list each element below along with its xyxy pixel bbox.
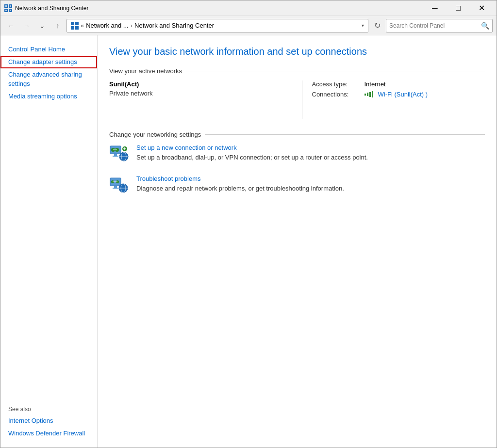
sidebar-item-internet-options[interactable]: Internet Options <box>0 415 97 427</box>
wifi-signal-icon <box>364 91 373 97</box>
networking-settings-section: Change your networking settings <box>109 131 485 194</box>
network-info: Sunil(Act) Private network <box>109 80 292 119</box>
new-connection-desc: Set up a broadband, dial-up, or VPN conn… <box>136 154 368 161</box>
address-bar: ← → ⌄ ↑ « Network and ... › Network and … <box>0 16 497 35</box>
troubleshoot-link[interactable]: Troubleshoot problems <box>136 175 485 182</box>
up-button[interactable]: ↑ <box>51 19 65 32</box>
dropdown-button[interactable]: ⌄ <box>35 19 49 32</box>
networking-settings-header: Change your networking settings <box>109 131 485 138</box>
svg-rect-6 <box>5 10 7 11</box>
svg-rect-10 <box>71 26 74 30</box>
path-dropdown-button[interactable]: ▾ <box>362 23 364 28</box>
main-window: Network and Sharing Center ─ □ ✕ ← → ⌄ ↑… <box>0 0 497 448</box>
access-type-label: Access type: <box>312 80 361 88</box>
close-button[interactable]: ✕ <box>470 1 493 16</box>
path-bullet: « <box>81 22 84 29</box>
search-input[interactable] <box>389 22 479 29</box>
title-bar-controls: ─ □ ✕ <box>424 1 493 16</box>
svg-rect-9 <box>75 22 79 25</box>
troubleshoot-icon <box>109 175 129 194</box>
svg-rect-13 <box>114 154 117 156</box>
window-icon <box>4 4 12 12</box>
search-box: 🔍 <box>386 19 493 32</box>
sidebar-spacer <box>0 103 97 402</box>
network-name: Sunil(Act) <box>109 80 282 88</box>
sidebar: Control Panel Home Change adapter settin… <box>0 35 98 448</box>
wifi-bar-2 <box>367 93 368 96</box>
svg-rect-4 <box>5 5 7 7</box>
troubleshoot-action: Troubleshoot problems Diagnose and repai… <box>109 175 485 194</box>
network-divider <box>302 80 302 119</box>
wifi-bar-1 <box>364 94 366 96</box>
connections-row: Connections: Wi-Fi (Sunil(Act) ) <box>312 91 485 98</box>
title-bar: Network and Sharing Center ─ □ ✕ <box>0 0 497 16</box>
wifi-connection-link[interactable]: Wi-Fi (Sunil(Act) ) <box>378 91 428 98</box>
path-part-2: Network and Sharing Center <box>134 22 214 29</box>
svg-rect-8 <box>71 22 74 25</box>
sidebar-item-control-panel-home[interactable]: Control Panel Home <box>0 43 97 56</box>
page-title: View your basic network information and … <box>109 45 485 58</box>
sidebar-item-media-streaming[interactable]: Media streaming options <box>0 90 97 103</box>
new-connection-action: Set up a new connection or network Set u… <box>109 144 485 163</box>
access-type-row: Access type: Internet <box>312 80 485 88</box>
sidebar-item-change-adapter-settings[interactable]: Change adapter settings <box>0 56 97 68</box>
new-connection-content: Set up a new connection or network Set u… <box>136 144 485 162</box>
sidebar-item-change-advanced-sharing[interactable]: Change advanced sharing settings <box>0 68 97 90</box>
troubleshoot-svg <box>109 175 129 194</box>
troubleshoot-desc: Diagnose and repair network problems, or… <box>136 185 344 192</box>
sidebar-item-windows-defender[interactable]: Windows Defender Firewall <box>0 427 97 440</box>
svg-rect-5 <box>10 5 11 7</box>
main-panel: View your basic network information and … <box>98 35 497 448</box>
window-title: Network and Sharing Center <box>15 5 424 12</box>
see-also-label: See also <box>0 402 97 415</box>
svg-rect-14 <box>113 156 118 157</box>
path-part-1: Network and ... <box>86 22 128 29</box>
active-networks-section: Sunil(Act) Private network Access type: … <box>109 80 485 119</box>
new-connection-svg <box>109 144 129 163</box>
minimize-button[interactable]: ─ <box>424 1 446 16</box>
network-type: Private network <box>109 90 282 97</box>
content-area: Control Panel Home Change adapter settin… <box>0 35 497 448</box>
svg-rect-11 <box>75 26 79 30</box>
search-icon: 🔍 <box>481 22 489 30</box>
network-status: Access type: Internet Connections: Wi-Fi… <box>312 80 485 119</box>
refresh-button[interactable]: ↻ <box>370 19 384 32</box>
new-connection-link[interactable]: Set up a new connection or network <box>136 144 485 151</box>
maximize-button[interactable]: □ <box>447 1 469 16</box>
back-button[interactable]: ← <box>4 19 18 32</box>
path-separator: › <box>131 22 133 29</box>
access-type-value: Internet <box>364 80 386 88</box>
address-path: « Network and ... › Network and Sharing … <box>66 19 368 32</box>
active-networks-label: View your active networks <box>109 67 182 75</box>
path-network-icon <box>71 22 79 30</box>
networking-settings-label: Change your networking settings <box>109 131 201 138</box>
new-connection-icon <box>109 144 129 163</box>
connections-label: Connections: <box>312 91 361 98</box>
svg-rect-7 <box>10 10 11 11</box>
forward-button[interactable]: → <box>20 19 33 32</box>
svg-rect-25 <box>114 186 117 188</box>
wifi-bar-4 <box>372 91 373 97</box>
troubleshoot-content: Troubleshoot problems Diagnose and repai… <box>136 175 485 193</box>
wifi-bar-3 <box>369 92 371 97</box>
svg-rect-26 <box>113 188 118 189</box>
active-networks-header: View your active networks <box>109 67 485 75</box>
